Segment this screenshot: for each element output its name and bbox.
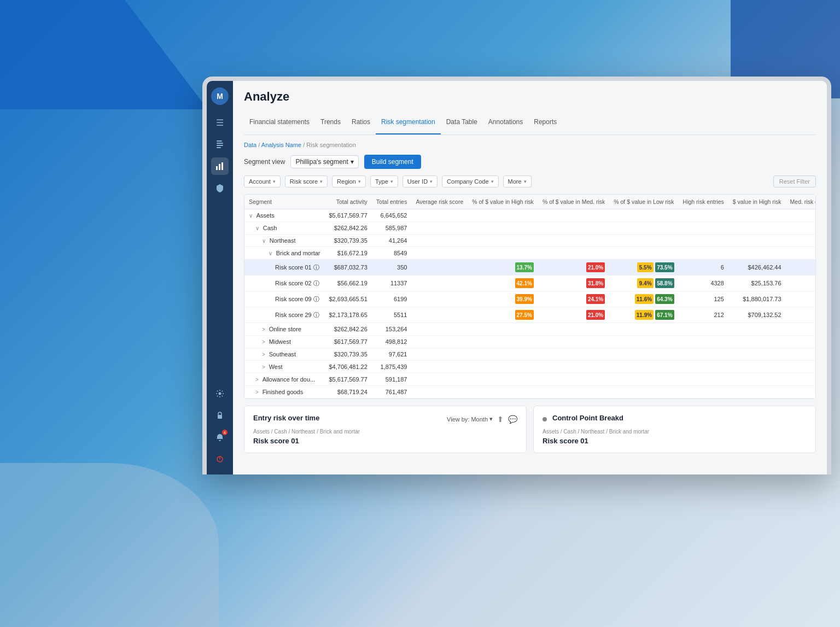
col-high-value: $ value in High risk — [728, 195, 786, 209]
table-row[interactable]: Risk score 01 ⓘ$687,032.7335013.7%21.0%5… — [244, 260, 816, 276]
filter-risk-score-label: Risk score — [290, 178, 318, 185]
med-pct-cell — [538, 222, 609, 235]
filter-more[interactable]: More ▾ — [503, 175, 532, 187]
high-entries-cell — [679, 222, 728, 235]
med-entries-cell — [786, 222, 816, 235]
tab-data-table[interactable]: Data Table — [441, 110, 483, 134]
table-row[interactable]: > Southeast$320,739.3597,621 — [244, 348, 816, 361]
med-pct-cell — [538, 209, 609, 222]
table-row[interactable]: ∨ Northeast$320,739.3541,264 — [244, 235, 816, 247]
expand-icon[interactable]: > — [262, 326, 267, 332]
total-activity-cell: $16,672.19 — [324, 247, 371, 260]
low-pct-cell — [609, 323, 678, 336]
high-value-cell — [728, 222, 786, 235]
total-activity-cell: $262,842.26 — [324, 323, 371, 336]
view-by-control[interactable]: View by: Month ▾ — [447, 415, 493, 423]
table-row[interactable]: > West$4,706,481.221,875,439 — [244, 361, 816, 373]
chart-icon[interactable] — [211, 157, 229, 175]
hamburger-icon[interactable]: ☰ — [211, 114, 229, 131]
high-value-cell — [728, 235, 786, 247]
segment-select[interactable]: Phillipa's segment ▾ — [290, 155, 358, 168]
avg-risk-cell — [411, 291, 468, 307]
low-pct-cell — [609, 209, 678, 222]
segment-view-label: Segment view — [244, 158, 285, 166]
expand-icon[interactable]: ∨ — [262, 238, 267, 244]
settings-icon[interactable] — [211, 385, 229, 402]
expand-icon[interactable]: ∨ — [269, 250, 274, 256]
lock-icon[interactable] — [211, 407, 229, 424]
expand-icon[interactable]: ∨ — [255, 225, 261, 231]
alerts-icon[interactable]: 4 — [211, 429, 229, 446]
filter-risk-score[interactable]: Risk score ▾ — [285, 175, 328, 187]
table-row[interactable]: Risk score 29 ⓘ$2,173,178.65551127.5%21.… — [244, 307, 816, 323]
svg-rect-0 — [217, 140, 222, 142]
tab-reports[interactable]: Reports — [528, 110, 562, 134]
expand-icon[interactable]: > — [262, 351, 267, 358]
filter-type[interactable]: Type ▾ — [370, 175, 398, 187]
control-point-dot — [542, 417, 547, 421]
med-pct-cell — [538, 336, 609, 348]
med-entries-cell — [786, 323, 816, 336]
document-icon[interactable] — [211, 136, 229, 153]
segment-cell: ∨ Brick and mortar — [244, 247, 324, 260]
sidebar-logo[interactable]: M — [211, 87, 229, 105]
low-pct-cell — [609, 222, 678, 235]
tab-financial-statements[interactable]: Financial statements — [244, 110, 315, 134]
med-entries-cell — [786, 373, 816, 386]
high-entries-cell — [679, 348, 728, 361]
low-pct-cell: 5.5% 73.5% — [609, 260, 678, 276]
breadcrumb-data[interactable]: Data — [244, 142, 256, 148]
svg-rect-2 — [217, 145, 223, 146]
expand-icon[interactable]: > — [255, 389, 260, 395]
low-pct-cell — [609, 247, 678, 260]
expand-icon[interactable]: > — [262, 364, 267, 370]
sidebar: M ☰ — [207, 81, 233, 474]
high-value-cell — [728, 348, 786, 361]
col-med-pct: % of $ value in Med. risk — [538, 195, 609, 209]
filter-company-code[interactable]: Company Code ▾ — [442, 175, 498, 187]
table-row[interactable]: ∨ Brick and mortar$16,672.198549 — [244, 247, 816, 260]
comment-icon[interactable]: 💬 — [508, 415, 517, 424]
power-icon[interactable] — [211, 450, 229, 468]
table-row[interactable]: > Allowance for dou...$5,617,569.77591,1… — [244, 373, 816, 386]
download-icon[interactable]: ⬆ — [497, 415, 504, 424]
tab-risk-segmentation[interactable]: Risk segmentation — [376, 110, 441, 134]
table-row[interactable]: Risk score 02 ⓘ$56,662.191133742.1%31.8%… — [244, 276, 816, 291]
table-row[interactable]: ∨ Cash$262,842.26585,987 — [244, 222, 816, 235]
filter-user-id-label: User ID — [407, 178, 428, 185]
table-row[interactable]: Risk score 09 ⓘ$2,693,665.51619939.9%24.… — [244, 291, 816, 307]
notification-badge: 4 — [222, 430, 228, 435]
tab-trends[interactable]: Trends — [315, 110, 346, 134]
table-row[interactable]: > Online store$262,842.26153,264 — [244, 323, 816, 336]
total-activity-cell: $2,173,178.65 — [324, 307, 371, 323]
shield-icon[interactable] — [211, 179, 229, 197]
segment-cell: > West — [244, 361, 324, 373]
expand-icon[interactable]: > — [262, 339, 267, 345]
expand-icon[interactable]: ∨ — [249, 213, 254, 219]
table-row[interactable]: ∨ Assets$5,617,569.776,645,652 — [244, 209, 816, 222]
segment-cell: Risk score 29 ⓘ — [244, 307, 324, 323]
filter-region[interactable]: Region ▾ — [332, 175, 366, 187]
tab-annotations[interactable]: Annotations — [483, 110, 528, 134]
breadcrumb-analysis-name[interactable]: Analysis Name — [261, 142, 301, 148]
table-row[interactable]: > Finished goods$68,719.24761,487 — [244, 386, 816, 399]
reset-filter-button[interactable]: Reset Filter — [773, 175, 816, 187]
med-entries-cell — [786, 348, 816, 361]
high-value-cell — [728, 386, 786, 399]
tabs-bar: Financial statements Trends Ratios Risk … — [244, 110, 816, 135]
high-entries-cell — [679, 247, 728, 260]
table-row[interactable]: > Midwest$617,569.77498,812 — [244, 336, 816, 348]
filter-user-id[interactable]: User ID ▾ — [402, 175, 438, 187]
avg-risk-cell — [411, 260, 468, 276]
tab-ratios[interactable]: Ratios — [346, 110, 376, 134]
build-segment-button[interactable]: Build segment — [364, 155, 421, 169]
med-entries-cell — [786, 247, 816, 260]
expand-icon[interactable]: > — [255, 377, 260, 383]
high-pct-cell — [468, 336, 538, 348]
filter-account[interactable]: Account ▾ — [244, 175, 281, 187]
avg-risk-cell — [411, 386, 468, 399]
segment-cell: > Online store — [244, 323, 324, 336]
med-entries-cell: 205 — [786, 260, 816, 276]
segment-chevron-icon: ▾ — [351, 158, 354, 166]
high-value-cell — [728, 336, 786, 348]
